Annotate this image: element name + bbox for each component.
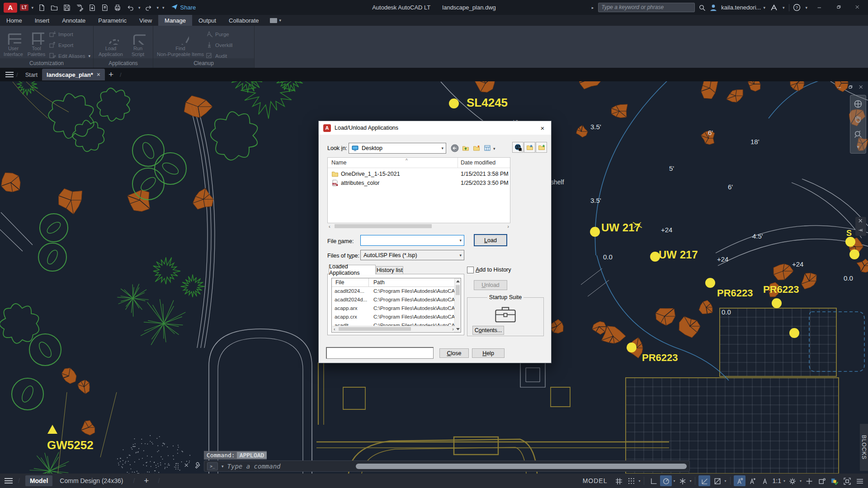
- tab-loaded-applications[interactable]: Loaded Applications: [329, 265, 376, 274]
- blocks-palette-tab[interactable]: BLOCKS: [860, 424, 868, 471]
- briefcase-icon[interactable]: [494, 304, 517, 325]
- qat-customize-caret-icon[interactable]: ▾: [162, 5, 165, 10]
- look-in-select[interactable]: Desktop ▾: [349, 143, 446, 154]
- loaded-app-row[interactable]: acadlt2024d...C:\Program Files\Autodesk\…: [332, 297, 455, 305]
- ribbon-tab-collaborate[interactable]: Collaborate: [222, 15, 265, 26]
- autocad-app-icon[interactable]: A: [4, 3, 17, 13]
- open-file-button[interactable]: [49, 2, 60, 13]
- files-of-type-select[interactable]: AutoLISP Files (*.lsp)▾: [360, 250, 464, 260]
- dialog-titlebar[interactable]: A Load/Unload Applications: [319, 121, 551, 135]
- ortho-mode-toggle[interactable]: [647, 475, 659, 486]
- app-menu-caret-icon[interactable]: ▾: [31, 5, 33, 10]
- share-button[interactable]: Share: [171, 3, 196, 12]
- dialog-close-button[interactable]: ×: [537, 123, 548, 133]
- model-space-indicator[interactable]: MODEL: [583, 477, 608, 484]
- zoom-extents-icon[interactable]: [854, 130, 863, 141]
- search-web-button[interactable]: [512, 142, 524, 153]
- loaded-app-row[interactable]: acadlt2024...C:\Program Files\Autodesk\A…: [332, 288, 455, 297]
- object-snap-toggle[interactable]: [711, 475, 723, 486]
- object-snap-tracking-toggle[interactable]: [698, 475, 710, 486]
- loaded-app-row[interactable]: acapp.arxC:\Program Files\Autodesk\AutoC…: [332, 305, 455, 314]
- ribbon-tab-home[interactable]: Home: [0, 15, 28, 26]
- user-interface-button[interactable]: CUI UserInterface: [3, 28, 24, 58]
- layout-menu-icon[interactable]: [5, 477, 13, 485]
- load-button[interactable]: Load: [474, 234, 507, 246]
- load-application-button[interactable]: LoadApplication: [98, 28, 123, 58]
- run-script-button[interactable]: RunScript: [125, 28, 151, 58]
- file-row[interactable]: OneDrive_1_1-15-20211/15/2021 3:58 PM: [328, 169, 510, 178]
- file-tab-menu-icon[interactable]: [5, 70, 14, 79]
- viewport-close-icon[interactable]: [858, 84, 864, 92]
- contents-button[interactable]: Contents...: [472, 326, 504, 335]
- close-dialog-button[interactable]: Close: [439, 348, 469, 358]
- restore-button[interactable]: [831, 2, 846, 14]
- close-button[interactable]: [850, 2, 865, 14]
- palette-close-icon[interactable]: [858, 218, 864, 226]
- palette-anchor-icon[interactable]: [858, 227, 864, 235]
- overkill-button[interactable]: Overkill: [206, 41, 232, 49]
- recent-commands-caret-icon[interactable]: ▾: [222, 464, 224, 469]
- export-button[interactable]: Export: [49, 41, 91, 49]
- help-icon[interactable]: ?: [793, 4, 801, 11]
- add-folder-button[interactable]: [536, 142, 547, 153]
- isolate-objects-button[interactable]: [803, 475, 815, 486]
- status-menu-icon[interactable]: [854, 475, 865, 486]
- file-browser-list[interactable]: Name ^ Date modified OneDrive_1_1-15-202…: [327, 157, 510, 223]
- viewport-restore-icon[interactable]: [847, 84, 854, 92]
- minimize-button[interactable]: [812, 2, 827, 14]
- ribbon-tab-insert[interactable]: Insert: [28, 15, 56, 26]
- file-name-input[interactable]: ▾: [360, 235, 464, 246]
- file-tab-document[interactable]: landscape_plan*×: [42, 69, 105, 80]
- ribbon-tab-annotate[interactable]: Annotate: [56, 15, 92, 26]
- grid-display-toggle[interactable]: [613, 475, 624, 486]
- annotation-scale-value[interactable]: 1:1: [773, 477, 781, 484]
- annotation-scale-value-caret-icon[interactable]: ▾: [783, 479, 785, 483]
- column-name[interactable]: Name: [331, 160, 346, 166]
- add-to-history-checkbox[interactable]: [467, 267, 474, 273]
- object-snap-toggle-caret-icon[interactable]: ▾: [724, 479, 726, 483]
- save-as-button[interactable]: [74, 2, 85, 13]
- snap-mode-toggle-caret-icon[interactable]: ▾: [638, 479, 640, 483]
- undo-button[interactable]: [125, 2, 136, 13]
- command-bar-grip[interactable]: [175, 463, 179, 469]
- column-file[interactable]: File: [335, 279, 344, 286]
- annotation-scale-icon[interactable]: [759, 475, 771, 486]
- command-bar-customize-icon[interactable]: [194, 462, 202, 471]
- steering-wheel-icon[interactable]: [854, 99, 863, 110]
- autodesk-apps-caret-icon[interactable]: ▾: [783, 5, 785, 10]
- polar-tracking-toggle[interactable]: [660, 475, 672, 486]
- polar-tracking-toggle-caret-icon[interactable]: ▾: [673, 479, 675, 483]
- tool-palettes-button[interactable]: ToolPalettes: [26, 28, 47, 58]
- back-button[interactable]: [450, 144, 460, 153]
- help-caret-icon[interactable]: ▾: [805, 5, 807, 10]
- navbar-caret-icon[interactable]: ▾: [857, 145, 859, 149]
- file-list-hscrollbar[interactable]: ‹›: [327, 223, 510, 229]
- up-one-level-button[interactable]: [461, 144, 471, 153]
- views-caret-icon[interactable]: ▾: [493, 146, 495, 151]
- import-button[interactable]: Import: [49, 30, 91, 38]
- command-scrollbar[interactable]: [356, 464, 687, 469]
- loaded-app-row[interactable]: acapp.crxC:\Program Files\Autodesk\AutoC…: [332, 314, 455, 323]
- viewport-minimize-icon[interactable]: [836, 84, 843, 92]
- snap-mode-toggle[interactable]: [625, 475, 637, 486]
- loaded-list-hscrollbar[interactable]: ‹›: [332, 326, 455, 332]
- annotation-autoscale-toggle[interactable]: [746, 475, 758, 486]
- new-file-button[interactable]: [36, 2, 47, 13]
- new-folder-button[interactable]: [472, 144, 481, 153]
- isometric-drafting-toggle[interactable]: [676, 475, 688, 486]
- search-expand-icon[interactable]: ▸: [592, 5, 594, 10]
- customization-gear-button[interactable]: [787, 475, 798, 486]
- column-date-modified[interactable]: Date modified: [461, 160, 495, 166]
- layout-tab[interactable]: Comm Design (24x36): [55, 475, 127, 486]
- command-input[interactable]: Type a command: [227, 463, 281, 470]
- tray-settings-button[interactable]: [816, 475, 827, 486]
- undo-caret-icon[interactable]: ▾: [138, 5, 141, 10]
- purge-button[interactable]: Purge: [206, 30, 232, 38]
- ribbon-display-toggle[interactable]: ▾: [265, 15, 287, 26]
- favorites-button[interactable]: [524, 142, 535, 153]
- find-non-purgeable-button[interactable]: FindNon-Purgeable Items: [157, 28, 204, 58]
- ribbon-tab-manage[interactable]: Manage: [158, 15, 192, 26]
- open-from-web-button[interactable]: [87, 2, 98, 13]
- clean-screen-toggle[interactable]: [841, 475, 853, 486]
- autodesk-logo-icon[interactable]: [770, 4, 778, 11]
